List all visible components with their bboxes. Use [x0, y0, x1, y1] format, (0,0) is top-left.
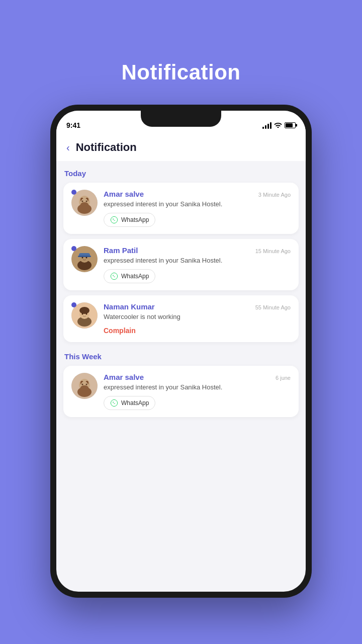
notification-name: Naman Kumar [104, 302, 155, 311]
app-header: ‹ Notification [56, 136, 306, 161]
avatar-wrapper [71, 246, 98, 272]
notification-message: expressed interest in your Sanika Hostel… [104, 200, 291, 209]
svg-point-16 [82, 257, 83, 259]
svg-point-35 [111, 399, 117, 406]
notification-message: expressed interest in your Sanika Hostel… [104, 256, 291, 265]
wifi-icon [274, 121, 282, 129]
page-title: Notification [76, 141, 137, 154]
phone-screen: 9:41 [56, 111, 306, 592]
status-time: 9:41 [66, 121, 80, 129]
notification-time: 6 june [276, 375, 291, 381]
svg-point-23 [82, 313, 83, 315]
svg-point-17 [86, 257, 87, 259]
svg-point-24 [86, 313, 87, 315]
svg-point-10 [111, 217, 117, 223]
notification-time: 55 Minute Ago [255, 304, 291, 310]
whatsapp-label: WhatsApp [121, 273, 149, 280]
svg-rect-15 [78, 256, 91, 257]
back-button[interactable]: ‹ [66, 142, 70, 153]
notification-body: Amar salve 3 Minute Ago expressed intere… [104, 190, 291, 227]
notification-body: Naman Kumar 55 Minute Ago Watercooler is… [104, 302, 291, 335]
status-bar: 9:41 [56, 111, 306, 136]
notification-card: Naman Kumar 55 Minute Ago Watercooler is… [63, 295, 299, 342]
notification-card: Amar salve 3 Minute Ago expressed intere… [63, 183, 299, 234]
unread-dot [71, 190, 76, 195]
whatsapp-label: WhatsApp [121, 399, 149, 407]
complain-button[interactable]: Complain [104, 327, 136, 335]
notification-name: Amar salve [104, 373, 144, 381]
svg-point-7 [82, 201, 83, 202]
notification-message: expressed interest in your Sanika Hostel… [104, 383, 291, 392]
phone-mockup: 9:41 [50, 105, 312, 598]
notification-body: Ram Patil 15 Minute Ago expressed intere… [104, 246, 291, 283]
notification-card: Amar salve 6 june expressed interest in … [63, 366, 299, 417]
notification-time: 3 Minute Ago [258, 192, 291, 198]
notifications-list: Today Amar salve 3 Minute Ago express [56, 161, 306, 592]
notch [141, 111, 221, 127]
notification-header: Naman Kumar 55 Minute Ago [104, 302, 291, 311]
section-label-today: Today [63, 169, 299, 178]
notification-card: Ram Patil 15 Minute Ago expressed intere… [63, 239, 299, 290]
avatar-wrapper [71, 373, 98, 399]
whatsapp-button[interactable]: WhatsApp [104, 213, 155, 227]
avatar-wrapper [71, 190, 98, 216]
svg-point-32 [82, 383, 83, 385]
battery-icon [285, 122, 296, 128]
notification-body: Amar salve 6 june expressed interest in … [104, 373, 291, 410]
avatar-wrapper [71, 302, 98, 329]
notification-time: 15 Minute Ago [255, 248, 291, 254]
svg-point-18 [111, 273, 117, 280]
status-icons [262, 121, 296, 129]
svg-point-34 [80, 385, 88, 390]
signal-icon [262, 122, 272, 129]
whatsapp-button[interactable]: WhatsApp [104, 396, 155, 410]
notification-name: Ram Patil [104, 246, 138, 255]
background-title: Notification [122, 60, 241, 85]
avatar [71, 373, 98, 399]
notification-header: Amar salve 6 june [104, 373, 291, 381]
svg-point-8 [86, 201, 87, 202]
section-label-this-week: This Week [63, 352, 299, 361]
whatsapp-label: WhatsApp [121, 216, 149, 223]
whatsapp-button[interactable]: WhatsApp [104, 269, 155, 283]
notification-header: Ram Patil 15 Minute Ago [104, 246, 291, 255]
svg-point-33 [86, 383, 87, 385]
svg-point-22 [79, 307, 89, 314]
notification-header: Amar salve 3 Minute Ago [104, 190, 291, 198]
notification-name: Amar salve [104, 190, 144, 198]
svg-point-9 [80, 202, 88, 207]
notification-message: Watercooler is not working [104, 312, 291, 321]
